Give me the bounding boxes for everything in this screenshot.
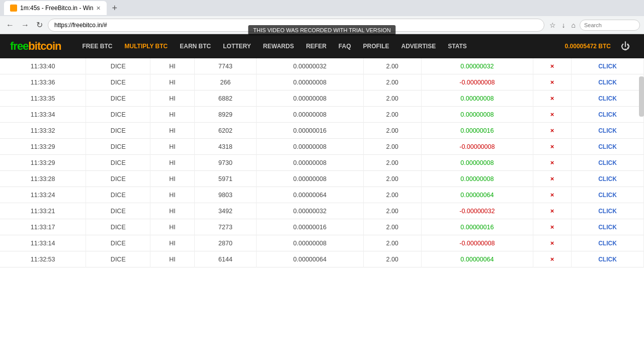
x-button[interactable]: × bbox=[550, 143, 554, 150]
cell-x[interactable]: × bbox=[533, 219, 571, 235]
x-button[interactable]: × bbox=[550, 62, 554, 70]
click-button[interactable]: CLICK bbox=[598, 127, 617, 134]
cell-click[interactable]: CLICK bbox=[571, 74, 643, 90]
nav-lottery[interactable]: LOTTERY bbox=[217, 34, 257, 58]
nav-refer[interactable]: REFER bbox=[300, 34, 333, 58]
bookmark-btn[interactable]: ☆ bbox=[547, 20, 558, 30]
click-button[interactable]: CLICK bbox=[598, 95, 617, 102]
cell-result: 9803 bbox=[194, 187, 256, 203]
cell-time: 11:33:17 bbox=[0, 219, 86, 235]
cell-profit: -0.00000032 bbox=[421, 203, 533, 219]
back-button[interactable]: ← bbox=[4, 20, 16, 31]
cell-profit: 0.00000016 bbox=[421, 219, 533, 235]
cell-x[interactable]: × bbox=[533, 58, 571, 74]
click-button[interactable]: CLICK bbox=[598, 208, 617, 215]
power-btn[interactable]: ⏻ bbox=[617, 41, 634, 52]
cell-click[interactable]: CLICK bbox=[571, 251, 643, 267]
tab-close-btn[interactable]: ✕ bbox=[96, 5, 101, 12]
download-btn[interactable]: ↓ bbox=[560, 20, 568, 30]
nav-faq[interactable]: FAQ bbox=[333, 34, 357, 58]
cell-wager: 0.00000008 bbox=[257, 155, 363, 171]
x-button[interactable]: × bbox=[550, 95, 554, 102]
cell-x[interactable]: × bbox=[533, 90, 571, 107]
nav-rewards[interactable]: REWARDS bbox=[257, 34, 300, 58]
new-tab-button[interactable]: + bbox=[109, 2, 120, 15]
nav-stats[interactable]: STATS bbox=[442, 34, 473, 58]
cell-click[interactable]: CLICK bbox=[571, 58, 643, 74]
cell-click[interactable]: CLICK bbox=[571, 139, 643, 155]
cell-click[interactable]: CLICK bbox=[571, 235, 643, 251]
browser-tab[interactable]: 1m:45s - FreeBitco.in - Win ✕ bbox=[4, 1, 107, 15]
cell-x[interactable]: × bbox=[533, 203, 571, 219]
cell-bet: HI bbox=[150, 74, 195, 90]
click-button[interactable]: CLICK bbox=[598, 79, 617, 86]
cell-result: 3492 bbox=[194, 203, 256, 219]
x-button[interactable]: × bbox=[550, 239, 554, 247]
x-button[interactable]: × bbox=[550, 127, 554, 134]
x-button[interactable]: × bbox=[550, 111, 554, 118]
refresh-button[interactable]: ↻ bbox=[34, 19, 45, 31]
cell-click[interactable]: CLICK bbox=[571, 90, 643, 107]
cell-click[interactable]: CLICK bbox=[571, 187, 643, 203]
table-row: 11:33:21 DICE HI 3492 0.00000032 2.00 -0… bbox=[0, 203, 644, 219]
cell-result: 7743 bbox=[194, 58, 256, 74]
nav-multiply-btc[interactable]: MULTIPLY BTC bbox=[118, 34, 174, 58]
cell-click[interactable]: CLICK bbox=[571, 107, 643, 123]
cell-game: DICE bbox=[86, 235, 150, 251]
nav-free-btc[interactable]: FREE BTC bbox=[76, 34, 118, 58]
x-button[interactable]: × bbox=[550, 78, 554, 86]
cell-time: 11:33:29 bbox=[0, 155, 86, 171]
cell-x[interactable]: × bbox=[533, 187, 571, 203]
nav-profile[interactable]: PROFILE bbox=[357, 34, 395, 58]
cell-game: DICE bbox=[86, 219, 150, 235]
forward-button[interactable]: → bbox=[19, 20, 31, 31]
click-button[interactable]: CLICK bbox=[598, 224, 617, 231]
click-button[interactable]: CLICK bbox=[598, 192, 617, 199]
table-row: 11:33:36 DICE HI 266 0.00000008 2.00 -0.… bbox=[0, 74, 644, 90]
x-button[interactable]: × bbox=[550, 207, 554, 215]
cell-click[interactable]: CLICK bbox=[571, 155, 643, 171]
cell-profit: 0.00000032 bbox=[421, 58, 533, 74]
cell-bet: HI bbox=[150, 58, 195, 74]
x-button[interactable]: × bbox=[550, 223, 554, 231]
cell-x[interactable]: × bbox=[533, 171, 571, 187]
table-row: 11:33:32 DICE HI 6202 0.00000016 2.00 0.… bbox=[0, 123, 644, 139]
x-button[interactable]: × bbox=[550, 255, 554, 263]
cell-bet: HI bbox=[150, 187, 195, 203]
home-btn[interactable]: ⌂ bbox=[570, 20, 578, 30]
tab-title: 1m:45s - FreeBitco.in - Win bbox=[20, 5, 93, 12]
cell-profit: -0.00000008 bbox=[421, 74, 533, 90]
click-button[interactable]: CLICK bbox=[598, 111, 617, 118]
cell-click[interactable]: CLICK bbox=[571, 171, 643, 187]
cell-x[interactable]: × bbox=[533, 123, 571, 139]
click-button[interactable]: CLICK bbox=[598, 63, 617, 70]
cell-x[interactable]: × bbox=[533, 74, 571, 90]
cell-x[interactable]: × bbox=[533, 235, 571, 251]
search-input[interactable] bbox=[580, 20, 640, 31]
click-button[interactable]: CLICK bbox=[598, 175, 617, 183]
cell-time: 11:33:32 bbox=[0, 123, 86, 139]
x-button[interactable]: × bbox=[550, 175, 554, 183]
click-button[interactable]: CLICK bbox=[598, 256, 617, 263]
cell-time: 11:32:53 bbox=[0, 251, 86, 267]
cell-multiplier: 2.00 bbox=[363, 251, 421, 267]
x-button[interactable]: × bbox=[550, 191, 554, 199]
cell-x[interactable]: × bbox=[533, 139, 571, 155]
cell-profit: 0.00000064 bbox=[421, 251, 533, 267]
scrollbar-thumb[interactable] bbox=[639, 76, 644, 117]
cell-click[interactable]: CLICK bbox=[571, 203, 643, 219]
cell-x[interactable]: × bbox=[533, 107, 571, 123]
cell-x[interactable]: × bbox=[533, 251, 571, 267]
click-button[interactable]: CLICK bbox=[598, 159, 617, 166]
cell-multiplier: 2.00 bbox=[363, 90, 421, 107]
bets-table: 11:33:40 DICE HI 7743 0.00000032 2.00 0.… bbox=[0, 58, 644, 267]
cell-profit: -0.00000008 bbox=[421, 139, 533, 155]
cell-x[interactable]: × bbox=[533, 155, 571, 171]
nav-earn-btc[interactable]: EARN BTC bbox=[174, 34, 217, 58]
click-button[interactable]: CLICK bbox=[598, 143, 617, 150]
x-button[interactable]: × bbox=[550, 159, 554, 166]
nav-advertise[interactable]: ADVERTISE bbox=[395, 34, 442, 58]
click-button[interactable]: CLICK bbox=[598, 240, 617, 247]
cell-click[interactable]: CLICK bbox=[571, 123, 643, 139]
cell-click[interactable]: CLICK bbox=[571, 219, 643, 235]
